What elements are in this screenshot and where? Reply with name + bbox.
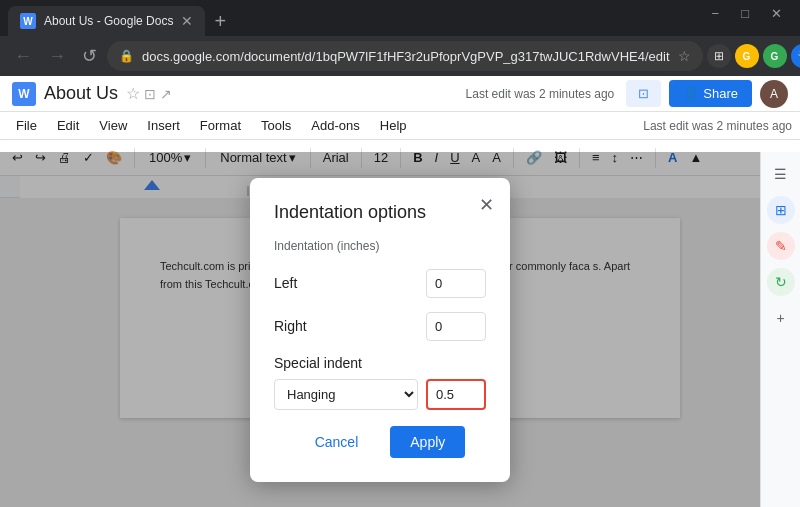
sidebar-plus-icon[interactable]: + xyxy=(767,304,795,332)
menu-insert[interactable]: Insert xyxy=(139,116,188,135)
menu-help[interactable]: Help xyxy=(372,116,415,135)
special-indent-label: Special indent xyxy=(274,355,486,371)
back-button[interactable]: ← xyxy=(8,41,38,71)
left-label: Left xyxy=(274,275,297,291)
last-edit-text: Last edit was 2 minutes ago xyxy=(466,87,615,101)
refresh-button[interactable]: ↺ xyxy=(76,41,103,71)
doc-favicon: W xyxy=(12,82,36,106)
tab-favicon: W xyxy=(20,13,36,29)
docs-area: W About Us ☆ ⊡ ↗ Last edit was 2 minutes… xyxy=(0,76,800,507)
nav-right-icons: ⊞ G G 🔧 ⋮ xyxy=(707,44,801,68)
menu-bar: File Edit View Insert Format Tools Add-o… xyxy=(0,112,800,140)
modal-subtitle: Indentation (inches) xyxy=(274,239,486,253)
move-to-button[interactable]: ⊡ xyxy=(626,80,661,107)
nav-bar: ← → ↺ 🔒 docs.google.com/document/d/1bqPW… xyxy=(0,36,800,76)
extension-icon-1[interactable]: ⊞ xyxy=(707,44,731,68)
left-indent-row: Left xyxy=(274,269,486,298)
extension-icon-3[interactable]: G xyxy=(763,44,787,68)
extension-icon-4[interactable]: 🔧 xyxy=(791,44,801,68)
share-area: ⊡ 👤 Share A xyxy=(626,80,788,108)
bookmark-icon[interactable]: ☆ xyxy=(678,48,691,64)
close-button[interactable]: ✕ xyxy=(761,4,792,23)
sidebar-edit-icon[interactable]: ✎ xyxy=(767,232,795,260)
minimize-button[interactable]: − xyxy=(702,4,730,23)
right-label: Right xyxy=(274,318,307,334)
share-icon: 👤 xyxy=(683,86,699,101)
special-indent-select[interactable]: None First line Hanging xyxy=(274,379,418,410)
modal-close-button[interactable]: ✕ xyxy=(479,194,494,216)
forward-button[interactable]: → xyxy=(42,41,72,71)
special-indent-input[interactable] xyxy=(426,379,486,410)
apply-button[interactable]: Apply xyxy=(390,426,465,458)
sidebar-hamburger-icon[interactable]: ☰ xyxy=(767,160,795,188)
menu-file[interactable]: File xyxy=(8,116,45,135)
modal-actions: Cancel Apply xyxy=(274,426,486,458)
address-bar[interactable]: 🔒 docs.google.com/document/d/1bqPW7lF1fH… xyxy=(107,41,703,71)
menu-format[interactable]: Format xyxy=(192,116,249,135)
right-sidebar: ☰ ⊞ ✎ ↻ + xyxy=(760,152,800,507)
right-indent-row: Right xyxy=(274,312,486,341)
last-edit-menu: Last edit was 2 minutes ago xyxy=(643,119,792,133)
indentation-modal: Indentation options ✕ Indentation (inche… xyxy=(250,178,510,482)
menu-edit[interactable]: Edit xyxy=(49,116,87,135)
extension-icon-2[interactable]: G xyxy=(735,44,759,68)
docs-title-bar: W About Us ☆ ⊡ ↗ Last edit was 2 minutes… xyxy=(0,76,800,112)
browser-tab[interactable]: W About Us - Google Docs ✕ xyxy=(8,6,205,36)
doc-title: About Us xyxy=(44,83,118,104)
tab-title: About Us - Google Docs xyxy=(44,14,173,28)
left-input[interactable] xyxy=(426,269,486,298)
cancel-button[interactable]: Cancel xyxy=(295,426,379,458)
address-text: docs.google.com/document/d/1bqPW7lF1fHF3… xyxy=(142,49,670,64)
lock-icon: 🔒 xyxy=(119,49,134,63)
doc-icon-1[interactable]: ⊡ xyxy=(144,86,156,102)
modal-overlay: Indentation options ✕ Indentation (inche… xyxy=(0,152,760,507)
doc-icon-2[interactable]: ↗ xyxy=(160,86,172,102)
sidebar-add-icon[interactable]: ⊞ xyxy=(767,196,795,224)
menu-addons[interactable]: Add-ons xyxy=(303,116,367,135)
special-indent-row: None First line Hanging xyxy=(274,379,486,410)
new-tab-button[interactable]: + xyxy=(205,6,235,36)
menu-tools[interactable]: Tools xyxy=(253,116,299,135)
menu-view[interactable]: View xyxy=(91,116,135,135)
right-input[interactable] xyxy=(426,312,486,341)
star-icon[interactable]: ☆ xyxy=(126,84,140,103)
modal-title: Indentation options xyxy=(274,202,486,223)
special-indent-section: Special indent None First line Hanging xyxy=(274,355,486,410)
maximize-button[interactable]: □ xyxy=(731,4,759,23)
tab-close-button[interactable]: ✕ xyxy=(181,13,193,29)
share-button[interactable]: 👤 Share xyxy=(669,80,752,107)
sidebar-refresh-icon[interactable]: ↻ xyxy=(767,268,795,296)
user-avatar[interactable]: A xyxy=(760,80,788,108)
